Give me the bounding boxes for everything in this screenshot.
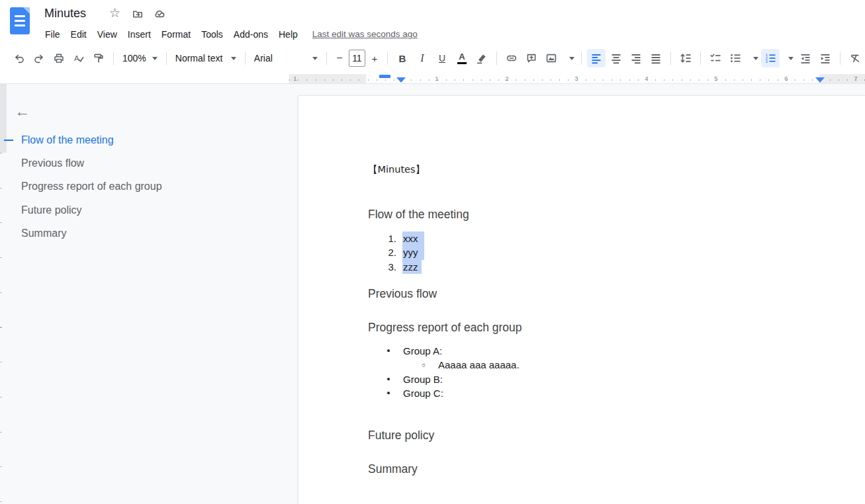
ruler-number: 5 <box>714 75 717 82</box>
bulleted-list-item[interactable]: ● Group C: <box>298 386 865 400</box>
ruler-number: 1 <box>293 75 296 82</box>
insert-image-button[interactable] <box>542 49 561 67</box>
text-color-button[interactable]: A <box>453 49 471 67</box>
outline-item-flow-of-the-meeting[interactable]: Flow of the meeting <box>7 128 285 151</box>
justify-button[interactable] <box>647 49 665 67</box>
undo-button[interactable] <box>10 49 28 67</box>
redo-button[interactable] <box>30 49 48 67</box>
bullet-icon: ● <box>385 386 392 400</box>
last-edit-link[interactable]: Last edit was seconds ago <box>312 29 418 39</box>
outline-item-previous-flow[interactable]: Previous flow <box>7 151 285 175</box>
right-indent-marker[interactable] <box>815 77 825 83</box>
menu-view[interactable]: View <box>92 27 122 42</box>
add-comment-button[interactable] <box>522 49 541 67</box>
selected-text[interactable]: xxx <box>402 231 424 245</box>
svg-text:3: 3 <box>766 60 768 63</box>
menu-help[interactable]: Help <box>273 27 303 42</box>
document-page[interactable]: 【Minutes】 Flow of the meeting 1. xxx 2. … <box>298 95 865 504</box>
list-text[interactable]: Group A: <box>403 344 442 358</box>
numbered-list: 1. xxx 2. yyy 3. zzz <box>298 231 865 274</box>
menu-format[interactable]: Format <box>156 27 196 42</box>
doc-heading-future[interactable]: Future policy <box>368 428 434 442</box>
bulleted-list-item[interactable]: ● Group B: <box>298 372 865 386</box>
zoom-value: 100% <box>122 53 146 63</box>
menu-tools[interactable]: Tools <box>196 27 228 42</box>
doc-heading-progress[interactable]: Progress report of each group <box>368 320 522 335</box>
increase-font-size-button[interactable]: + <box>367 49 382 67</box>
doc-title-line[interactable]: 【Minutes】 <box>368 163 425 177</box>
list-text[interactable]: Group C: <box>403 386 443 400</box>
decrease-font-size-button[interactable]: − <box>332 49 347 67</box>
numbered-list-button[interactable]: 123 <box>761 49 780 67</box>
bulleted-list-dropdown[interactable] <box>745 49 760 67</box>
list-number: 2. <box>383 245 396 259</box>
highlight-color-button[interactable] <box>473 49 491 67</box>
clear-formatting-button[interactable] <box>846 49 864 67</box>
menu-insert[interactable]: Insert <box>122 27 156 42</box>
title-bar: Minutes ☆ <box>0 0 865 26</box>
insert-link-button[interactable] <box>502 49 521 67</box>
paint-format-button[interactable] <box>89 49 108 67</box>
outline-item-progress-report[interactable]: Progress report of each group <box>7 175 285 198</box>
numbered-list-dropdown[interactable] <box>780 49 796 67</box>
ruler-number: 7 <box>854 75 857 82</box>
underline-button[interactable]: U <box>433 49 451 67</box>
zoom-select[interactable]: 100% <box>118 49 161 67</box>
line-spacing-button[interactable] <box>676 49 695 67</box>
ruler-number: 2 <box>505 75 508 82</box>
vertical-ruler-margin <box>0 84 7 153</box>
font-size-input[interactable]: 11 <box>349 50 365 67</box>
numbered-list-item[interactable]: 3. zzz <box>298 260 865 274</box>
paragraph-style-select[interactable]: Normal text <box>171 49 240 67</box>
ruler-number: 3 <box>574 75 578 82</box>
insert-image-dropdown[interactable] <box>561 49 576 67</box>
selected-text[interactable]: yyy <box>402 245 424 259</box>
google-docs-logo-icon[interactable] <box>10 7 30 34</box>
bulleted-list-subitem[interactable]: ○ Aaaaa aaa aaaaa. <box>298 358 865 372</box>
star-icon[interactable]: ☆ <box>109 7 120 20</box>
document-title[interactable]: Minutes <box>44 5 86 21</box>
menu-edit[interactable]: Edit <box>66 27 92 42</box>
numbered-list-item[interactable]: 1. xxx <box>298 231 865 245</box>
bullet-icon: ● <box>385 344 392 358</box>
doc-heading-summary[interactable]: Summary <box>368 462 418 476</box>
menu-addons[interactable]: Add-ons <box>228 27 273 42</box>
checklist-button[interactable] <box>706 49 725 67</box>
toolbar: A 100% Normal text Arial − 11 + B I U A <box>0 45 865 71</box>
bulleted-list-button[interactable] <box>726 49 745 67</box>
align-left-button[interactable] <box>587 49 606 67</box>
chevron-down-icon <box>231 57 236 60</box>
bulleted-list-item[interactable]: ● Group A: <box>298 344 865 358</box>
menu-file[interactable]: File <box>40 27 66 42</box>
align-right-button[interactable] <box>627 49 645 67</box>
ruler-number: 6 <box>784 75 788 82</box>
selected-text[interactable]: zzz <box>402 260 422 274</box>
align-center-button[interactable] <box>607 49 625 67</box>
italic-button[interactable]: I <box>413 49 432 67</box>
bullet-icon: ● <box>385 372 392 386</box>
first-line-indent-marker[interactable] <box>379 75 390 78</box>
decrease-indent-button[interactable] <box>796 49 815 67</box>
outline-item-summary[interactable]: Summary <box>7 222 285 245</box>
doc-heading-flow[interactable]: Flow of the meeting <box>368 207 469 222</box>
spell-check-button[interactable]: A <box>69 49 88 67</box>
list-text[interactable]: Aaaaa aaa aaaaa. <box>438 358 520 372</box>
style-value: Normal text <box>175 53 223 63</box>
move-to-folder-icon[interactable] <box>132 8 144 20</box>
doc-heading-previous[interactable]: Previous flow <box>368 286 437 301</box>
list-text[interactable]: Group B: <box>403 372 443 386</box>
increase-indent-button[interactable] <box>816 49 835 67</box>
outline-item-future-policy[interactable]: Future policy <box>7 198 285 222</box>
list-number: 1. <box>383 231 396 245</box>
font-select[interactable]: Arial <box>250 49 322 67</box>
horizontal-ruler: 1 1 2 3 4 5 6 7 <box>0 74 865 83</box>
bold-button[interactable]: B <box>393 49 412 67</box>
left-indent-marker[interactable] <box>396 77 406 83</box>
chevron-down-icon <box>312 57 318 60</box>
close-outline-button[interactable]: ← <box>15 102 33 120</box>
numbered-list-item[interactable]: 2. yyy <box>298 245 865 259</box>
outline-list: Flow of the meeting Previous flow Progre… <box>7 128 285 245</box>
cloud-saved-icon[interactable] <box>154 8 166 20</box>
print-button[interactable] <box>50 49 68 67</box>
bullet-icon: ○ <box>420 358 428 372</box>
